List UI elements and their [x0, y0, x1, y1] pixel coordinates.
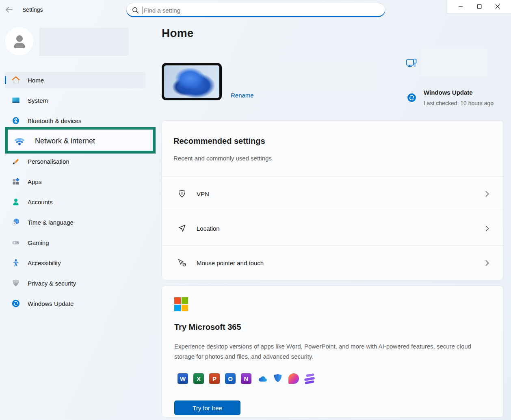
- sidebar-item-label: Windows Update: [28, 300, 74, 307]
- connected-device-icon: [406, 58, 418, 69]
- rename-link[interactable]: Rename: [231, 92, 254, 99]
- sidebar-item-privacy[interactable]: Privacy & security: [5, 275, 145, 291]
- network-name-redacted: [420, 48, 487, 76]
- sidebar-item-gaming[interactable]: Gaming: [5, 234, 145, 251]
- defender-icon: [273, 373, 283, 384]
- sidebar-item-personalisation[interactable]: Personalisation: [5, 153, 145, 169]
- chevron-right-icon: [485, 225, 489, 232]
- apps-icon: [11, 177, 20, 186]
- accessibility-icon: [11, 258, 20, 267]
- designer-icon: [288, 373, 299, 384]
- paintbrush-icon: [11, 157, 20, 166]
- selected-indicator: [5, 76, 6, 84]
- text-caret: [143, 6, 143, 14]
- search-box[interactable]: [126, 3, 385, 17]
- sidebar-item-label: Personalisation: [28, 158, 69, 165]
- globe-clock-icon: [11, 218, 20, 227]
- sidebar-item-label: Bluetooth & devices: [28, 117, 82, 124]
- recommended-rows: VPN Location Mouse pointer and touch: [162, 176, 503, 280]
- shield-icon: [11, 279, 20, 288]
- excel-icon: X: [193, 373, 204, 384]
- setting-row-vpn[interactable]: VPN: [162, 176, 503, 211]
- bluetooth-icon: [11, 116, 20, 125]
- person-icon: [11, 32, 28, 50]
- onedrive-icon: [257, 373, 267, 384]
- avatar[interactable]: [5, 27, 34, 56]
- device-thumbnail: [162, 63, 222, 100]
- sidebar-item-apps[interactable]: Apps: [5, 173, 145, 190]
- wallpaper-preview: [164, 65, 219, 98]
- sidebar-item-label: Privacy & security: [28, 280, 76, 287]
- system-icon: [11, 96, 20, 105]
- mouse-pointer-touch-icon: [177, 258, 187, 268]
- wifi-icon: [14, 135, 25, 147]
- gamepad-icon: [11, 238, 20, 247]
- back-button[interactable]: [4, 5, 14, 14]
- word-icon: W: [178, 373, 188, 384]
- onenote-icon: N: [241, 373, 251, 384]
- close-button[interactable]: [492, 1, 503, 12]
- maximize-icon: [477, 4, 482, 9]
- sidebar-item-accounts[interactable]: Accounts: [5, 194, 145, 210]
- window-controls: [447, 0, 511, 13]
- recommended-settings-card: Recommended settings Recent and commonly…: [162, 120, 503, 280]
- microsoft-logo-icon: [174, 297, 188, 311]
- location-arrow-icon: [177, 223, 187, 233]
- sidebar-item-label: System: [28, 97, 48, 104]
- sidebar-item-bluetooth[interactable]: Bluetooth & devices: [5, 113, 145, 129]
- setting-row-label: VPN: [197, 191, 209, 197]
- sidebar-item-label: Apps: [28, 178, 41, 185]
- sync-icon: [11, 299, 20, 308]
- setting-row-label: Mouse pointer and touch: [197, 260, 264, 266]
- maximize-button[interactable]: [474, 1, 485, 12]
- search-icon: [132, 7, 139, 14]
- app-title: Settings: [22, 6, 43, 13]
- setting-row-label: Location: [197, 225, 220, 232]
- sync-icon: [407, 93, 417, 103]
- windows-update-title: Windows Update: [424, 89, 473, 96]
- setting-row-location[interactable]: Location: [162, 211, 503, 245]
- sidebar-item-system[interactable]: System: [5, 92, 145, 108]
- section-title: Recommended settings: [173, 136, 265, 146]
- sidebar-item-time-language[interactable]: Time & language: [5, 214, 145, 230]
- m365-title: Try Microsoft 365: [174, 323, 241, 332]
- sidebar-item-label: Home: [28, 77, 44, 84]
- sidebar-item-network[interactable]: Network & internet: [5, 130, 150, 152]
- section-subtitle: Recent and commonly used settings: [173, 155, 272, 162]
- sidebar-item-windows-update[interactable]: Windows Update: [5, 295, 145, 312]
- home-icon: [11, 76, 20, 84]
- outlook-icon: O: [225, 373, 236, 384]
- close-icon: [495, 4, 500, 9]
- sidebar-item-label: Accounts: [28, 199, 53, 206]
- setting-row-mouse-pointer[interactable]: Mouse pointer and touch: [162, 245, 503, 280]
- m365-promo-card: Try Microsoft 365 Experience desktop ver…: [162, 286, 503, 418]
- person-icon: [11, 197, 20, 206]
- back-arrow-icon: [5, 6, 13, 13]
- settings-window: Settings Home: [0, 0, 511, 420]
- powerpoint-icon: P: [209, 373, 220, 384]
- sidebar-item-label: Network & internet: [35, 137, 95, 145]
- sidebar-item-label: Gaming: [28, 239, 49, 246]
- page-title: Home: [162, 27, 194, 40]
- chevron-right-icon: [485, 260, 489, 266]
- device-name-redacted: [231, 63, 372, 89]
- windows-update-status: Last checked: 10 hours ago: [424, 100, 494, 106]
- vpn-shield-icon: [177, 189, 187, 199]
- search-input[interactable]: [144, 7, 379, 14]
- try-for-free-button[interactable]: Try for free: [174, 401, 240, 415]
- account-name-redacted: [39, 28, 129, 56]
- m365-description: Experience desktop versions of apps like…: [174, 341, 478, 362]
- minimize-icon: [458, 4, 463, 9]
- sidebar-item-label: Accessibility: [28, 260, 61, 266]
- clipchamp-icon: [304, 373, 315, 384]
- sidebar-item-accessibility[interactable]: Accessibility: [5, 255, 145, 271]
- minimize-button[interactable]: [455, 1, 466, 12]
- m365-app-icons: W X P O N: [178, 373, 315, 384]
- sidebar-item-label: Time & language: [28, 219, 74, 226]
- sidebar-item-home[interactable]: Home: [5, 72, 145, 88]
- chevron-right-icon: [485, 191, 489, 197]
